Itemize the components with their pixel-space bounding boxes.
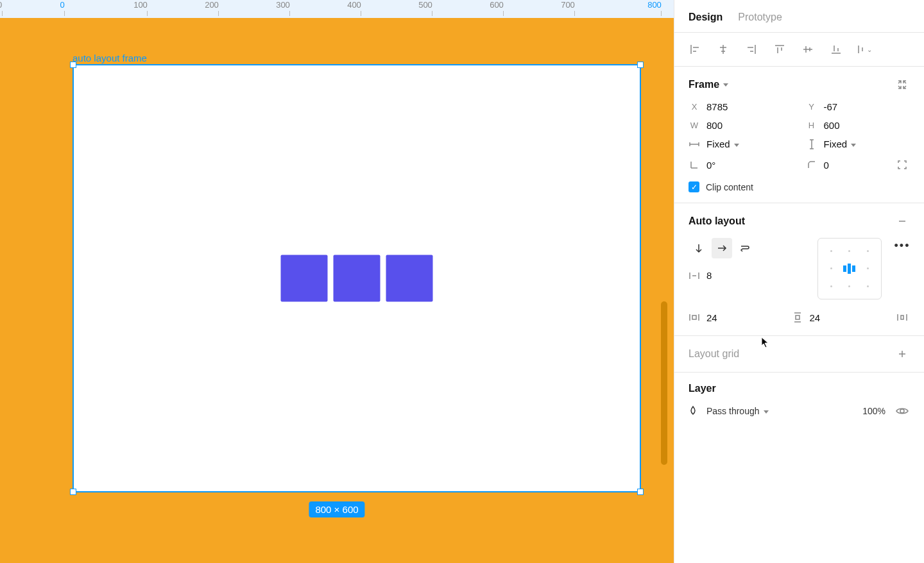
angle-icon: [689, 160, 700, 169]
alignment-controls: ⌄: [674, 33, 924, 67]
gap-input[interactable]: 8: [689, 270, 805, 281]
opacity-input[interactable]: 100%: [862, 406, 886, 416]
horizontal-resize-icon: [689, 140, 700, 148]
gap-icon: [689, 271, 700, 280]
child-rect[interactable]: [334, 255, 381, 302]
frame-type-dropdown[interactable]: Frame: [689, 79, 728, 90]
height-mode-dropdown[interactable]: Fixed: [806, 139, 911, 149]
padding-horizontal-input[interactable]: 24: [689, 312, 779, 323]
padding-v-icon: [792, 312, 803, 323]
tab-design[interactable]: Design: [689, 12, 723, 23]
individual-corners-icon[interactable]: [894, 157, 910, 172]
panel-tabs: Design Prototype: [674, 0, 924, 33]
y-position[interactable]: Y-67: [806, 101, 911, 112]
x-position[interactable]: X8785: [689, 101, 793, 112]
alignment-center-indicator: [841, 260, 859, 277]
width-mode-dropdown[interactable]: Fixed: [689, 139, 793, 149]
child-rect[interactable]: [281, 255, 328, 302]
align-hcenter-icon[interactable]: [715, 42, 731, 57]
padding-vertical-input[interactable]: 24: [792, 312, 882, 323]
layer-section: Layer Pass through 100%: [674, 373, 924, 429]
remove-auto-layout-icon[interactable]: [894, 214, 910, 229]
resize-handle-br[interactable]: [637, 489, 644, 495]
align-left-icon[interactable]: [687, 42, 703, 57]
rotation-input[interactable]: 0°: [689, 157, 793, 172]
corner-radius-input[interactable]: 0: [806, 157, 911, 172]
resize-handle-tr[interactable]: [637, 62, 644, 68]
dimensions-badge: 800 × 600: [309, 501, 364, 517]
distribute-icon[interactable]: ⌄: [857, 42, 872, 57]
direction-horizontal-button[interactable]: [712, 238, 732, 258]
blend-mode-icon: [689, 405, 697, 417]
padding-h-icon: [689, 313, 700, 322]
layout-grid-title: Layout grid: [689, 348, 739, 360]
frame-section: Frame X8785 Y-67 W800 H600 Fixed Fixed 0…: [674, 67, 924, 203]
clip-content-checkbox[interactable]: ✓: [689, 181, 699, 192]
frame-children: [281, 255, 433, 302]
resize-handle-tl[interactable]: [70, 62, 76, 68]
frame-label[interactable]: auto layout frame: [73, 53, 147, 63]
direction-wrap-button[interactable]: [735, 238, 755, 258]
resize-handle-bl[interactable]: [70, 489, 76, 495]
vertical-resize-icon: [806, 139, 817, 149]
layout-grid-section: Layout grid: [674, 336, 924, 373]
align-vcenter-icon[interactable]: [800, 42, 816, 57]
resize-to-fit-icon[interactable]: [894, 77, 910, 92]
height-input[interactable]: H600: [806, 120, 911, 131]
visibility-toggle-icon[interactable]: [894, 403, 910, 419]
align-right-icon[interactable]: [744, 42, 759, 57]
direction-vertical-button[interactable]: [689, 238, 709, 258]
scrollbar-vertical[interactable]: [661, 301, 667, 465]
layer-title: Layer: [689, 383, 716, 394]
auto-layout-section: Auto layout 8 ••• 24 24: [674, 203, 924, 336]
child-rect[interactable]: [386, 255, 433, 302]
auto-layout-more-icon[interactable]: •••: [894, 238, 910, 253]
alignment-grid[interactable]: [817, 238, 882, 299]
individual-padding-icon[interactable]: [894, 310, 910, 325]
tab-prototype[interactable]: Prototype: [738, 12, 782, 23]
clip-content-label: Clip content: [706, 182, 753, 192]
ruler-horizontal: 00 0 100 200 300 400 500 600 700 800: [0, 0, 674, 18]
blend-mode-dropdown[interactable]: Pass through: [706, 406, 769, 416]
width-input[interactable]: W800: [689, 120, 793, 131]
auto-layout-title: Auto layout: [689, 215, 745, 227]
properties-panel: Design Prototype ⌄ Frame X8785 Y-67 W800…: [674, 0, 924, 563]
canvas-area[interactable]: 00 0 100 200 300 400 500 600 700 800 aut…: [0, 0, 674, 563]
corner-radius-icon: [806, 160, 817, 169]
selected-frame[interactable]: [73, 64, 641, 492]
align-bottom-icon[interactable]: [828, 42, 844, 57]
align-top-icon[interactable]: [772, 42, 787, 57]
add-layout-grid-icon[interactable]: [894, 346, 910, 362]
